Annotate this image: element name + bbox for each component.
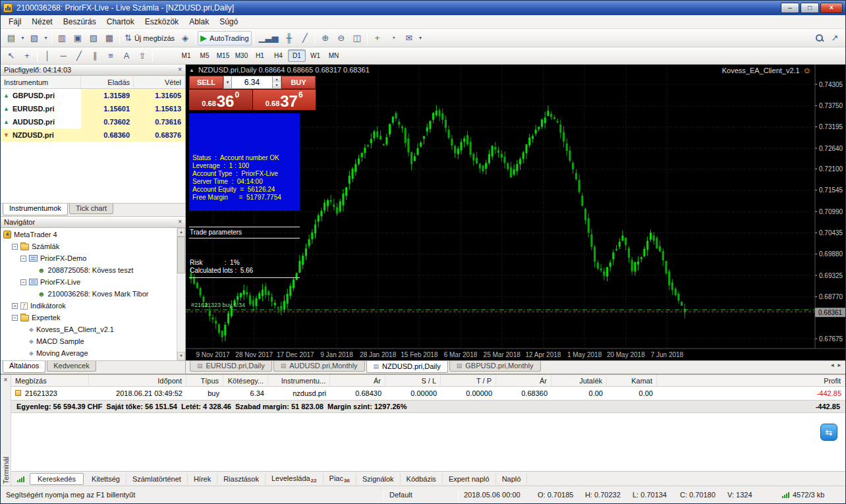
line-chart-button[interactable]: ╱	[297, 31, 313, 45]
zoom-in-button[interactable]: ⊕	[318, 31, 333, 45]
profiles-dropdown-button[interactable]: ▾	[19, 31, 26, 45]
menu-item-5[interactable]: Ablak	[184, 16, 214, 28]
menu-item-6[interactable]: Súgó	[214, 16, 243, 28]
menu-item-1[interactable]: Nézet	[26, 16, 57, 28]
lot-size-input[interactable]: 6.34	[232, 76, 273, 89]
ask-price-panel[interactable]: 0.68 37 6	[253, 90, 316, 110]
tree-item-3[interactable]: ☻2088725058: Kövess teszt	[1, 264, 185, 276]
tree-item-1[interactable]: −Számlák	[1, 240, 185, 252]
indicators-button[interactable]: +	[370, 31, 385, 45]
menu-item-0[interactable]: Fájl	[3, 16, 26, 28]
symbol-row[interactable]: ▲GBPUSD.pri1.315891.31605	[1, 89, 185, 102]
chart-tab-0[interactable]: ▤EURUSD.pri,Daily	[190, 361, 272, 372]
timeframe-h1[interactable]: H1	[251, 49, 269, 62]
collapse-node-icon[interactable]: −	[12, 315, 18, 321]
metaeditor-button[interactable]: ◈	[177, 31, 193, 45]
tab-market-watch-0[interactable]: Instrumentumok	[3, 204, 68, 215]
scrollbar-thumb[interactable]	[177, 237, 185, 273]
navigator-scrollbar[interactable]: ▲ ▼	[177, 228, 185, 360]
data-window-button[interactable]: ▣	[70, 31, 86, 45]
close-icon[interactable]: ×	[4, 377, 8, 383]
periods-button[interactable]: ◔	[385, 31, 401, 45]
timeframe-d1[interactable]: D1	[288, 49, 306, 62]
tab-kitetts-g[interactable]: Kitettség	[86, 474, 127, 484]
orders-column-header-4[interactable]: Instrumentu...	[268, 375, 330, 386]
close-icon[interactable]: ×	[178, 67, 182, 73]
maximize-button[interactable]: □	[801, 3, 819, 13]
expand-node-icon[interactable]: +	[12, 303, 18, 309]
bid-price-panel[interactable]: 0.68 36 0	[189, 90, 252, 110]
minimize-button[interactable]: –	[781, 3, 799, 13]
orders-column-header-1[interactable]: Időpont	[89, 375, 186, 386]
orders-column-header-7[interactable]: T / P	[441, 375, 496, 386]
chart-tab-1[interactable]: ▤AUDUSD.pri,Monthly	[273, 361, 365, 372]
text-button[interactable]: A	[119, 49, 134, 63]
close-button[interactable]: ×	[820, 3, 843, 13]
orders-column-header-0[interactable]: Megbízás	[11, 375, 89, 386]
orders-column-header-9[interactable]: Jutalék	[551, 375, 607, 386]
orders-column-header-6[interactable]: S / L	[385, 375, 441, 386]
column-header-2[interactable]: Vétel	[134, 76, 185, 88]
cursor-button[interactable]: ↖	[3, 49, 19, 63]
timeframe-m1[interactable]: M1	[177, 49, 195, 62]
orders-column-header-3[interactable]: Kötésegy...	[223, 375, 268, 386]
new-chart-button[interactable]: ▤	[3, 31, 19, 45]
menu-item-2[interactable]: Beszúrás	[58, 16, 101, 28]
chart-tab-2[interactable]: ▤NZDUSD.pri,Daily	[366, 361, 448, 373]
channel-button[interactable]: ∥	[87, 49, 103, 63]
symbol-row[interactable]: ▲EURUSD.pri1.156011.15613	[1, 102, 185, 115]
navigator-button[interactable]: ▨	[86, 31, 101, 45]
tab-riaszt-sok[interactable]: Riasztások	[217, 474, 266, 484]
templates-dropdown-button[interactable]: ▾	[417, 31, 424, 45]
autotrading-button[interactable]: ▶AutoTrading	[198, 31, 252, 45]
new-order-button[interactable]: ⇅Új megbízás	[122, 31, 177, 45]
scroll-up-icon[interactable]: ▲	[177, 228, 185, 237]
bar-chart-button[interactable]: ▁▃▅	[256, 31, 281, 45]
community-button[interactable]: ↗	[827, 31, 843, 45]
profiles-button[interactable]: ▧	[26, 31, 42, 45]
lot-down-icon[interactable]: ▾	[273, 82, 281, 88]
column-header-1[interactable]: Eladás	[81, 76, 134, 88]
tree-item-7[interactable]: −Expertek	[1, 312, 185, 323]
orders-column-header-2[interactable]: Típus	[186, 375, 223, 386]
lot-dropdown-icon[interactable]: ▾	[223, 76, 232, 89]
scroll-right-icon[interactable]: ►	[837, 362, 842, 368]
tree-item-8[interactable]: ◆Kovess_EA_Client_v2.1	[1, 323, 185, 335]
tree-item-2[interactable]: −PriorFX-Demo	[1, 252, 185, 264]
buy-button[interactable]: BUY	[281, 76, 316, 89]
timeframe-m30[interactable]: M30	[233, 49, 250, 62]
templates-button[interactable]: ✉	[401, 31, 417, 45]
arrows-button[interactable]: ⇧	[134, 49, 150, 63]
chart-list-dropdown-button[interactable]: ▾	[42, 31, 49, 45]
community-button[interactable]: ⇆	[820, 424, 837, 441]
timeframe-m5[interactable]: M5	[196, 49, 213, 62]
timeframe-m15[interactable]: M15	[214, 49, 232, 62]
orders-column-header-5[interactable]: Ár	[330, 375, 385, 386]
scroll-down-icon[interactable]: ▼	[177, 352, 185, 360]
vertical-line-button[interactable]: │	[40, 49, 55, 63]
zoom-out-button[interactable]: ⊖	[333, 31, 349, 45]
tab-piac[interactable]: Piac36	[324, 473, 356, 485]
orders-column-header-8[interactable]: Ár	[496, 375, 551, 386]
timeframe-mn[interactable]: MN	[325, 49, 343, 62]
orders-column-header-10[interactable]: Kamat	[607, 375, 657, 386]
tab-h-rek[interactable]: Hírek	[188, 474, 217, 484]
horizontal-line-button[interactable]: ─	[55, 49, 71, 63]
tab-k-db-zis[interactable]: Kódbázis	[401, 474, 443, 484]
terminal-button[interactable]: ▦	[101, 31, 117, 45]
tree-item-5[interactable]: ☻2100036268: Koves Mark Tibor	[1, 288, 185, 300]
trendline-button[interactable]: ╱	[71, 49, 87, 63]
collapse-node-icon[interactable]: −	[20, 279, 26, 285]
tree-item-6[interactable]: +Indikátorok	[1, 300, 185, 312]
collapse-node-icon[interactable]: −	[20, 256, 26, 262]
tile-windows-button[interactable]: ◫	[349, 31, 365, 45]
tab-navigator-0[interactable]: Általános	[3, 361, 45, 373]
column-header-0[interactable]: Instrumentum	[1, 76, 81, 88]
tab-market-watch-1[interactable]: Tick chart	[69, 204, 113, 214]
fibonacci-button[interactable]: ≡	[103, 49, 119, 63]
search-button[interactable]	[811, 31, 827, 45]
timeframe-h4[interactable]: H4	[269, 49, 287, 62]
order-row[interactable]: 216213232018.06.21 03:49:52buy6.34nzdusd…	[11, 387, 845, 400]
scroll-left-icon[interactable]: ◄	[830, 362, 835, 368]
lot-stepper[interactable]: ▴ ▾	[273, 76, 281, 89]
